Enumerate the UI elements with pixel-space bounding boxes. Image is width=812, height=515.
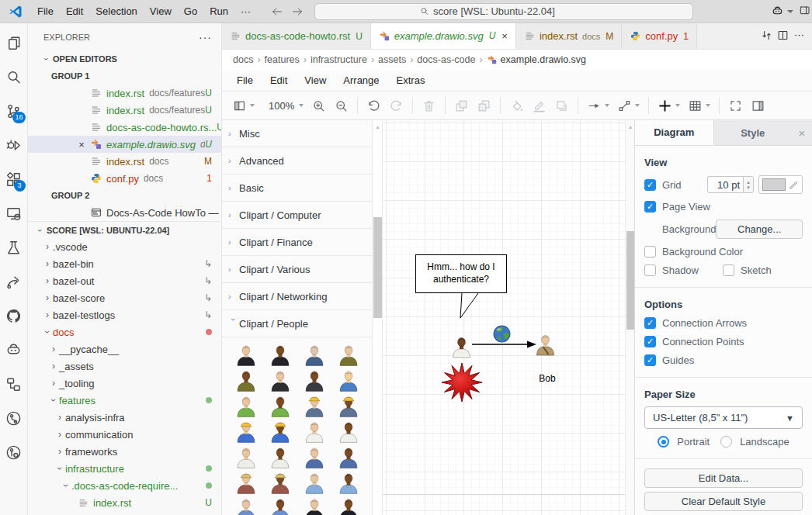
workspace-header[interactable]: › SCORE [WSL: UBUNTU-22.04] (28, 221, 221, 238)
tab-docs-as-code-howto-rst[interactable]: docs-as-code-howto.rstU (222, 23, 371, 49)
tab-diagram[interactable]: Diagram (635, 120, 714, 145)
format-panel-button[interactable] (747, 95, 769, 116)
person-shape-14[interactable] (269, 420, 292, 444)
palette-section-misc[interactable]: ›Misc (222, 120, 372, 147)
command-center-search[interactable] (314, 3, 693, 20)
connection-arrows-checkbox[interactable]: ✓ (644, 317, 656, 329)
person-shape-19[interactable] (303, 446, 326, 469)
open-editor-item[interactable]: index.rstdocs/features/i...U (28, 102, 221, 119)
extensions-activity-item[interactable]: 3 (0, 162, 28, 196)
menu-edit[interactable]: Edit (60, 3, 89, 20)
palette-section-clipart-networking[interactable]: ›Clipart / Networking (222, 283, 372, 310)
person-shape-15[interactable] (303, 420, 326, 444)
tree-item--docs-as-code-require-[interactable]: ›.docs-as-code-require... (28, 477, 221, 494)
person-shape-28[interactable] (337, 497, 360, 515)
tab-example-drawio-svg[interactable]: example.drawio.svgU× (371, 23, 516, 49)
landscape-radio[interactable] (720, 436, 732, 448)
tree-item-analysis-infra[interactable]: ›analysis-infra (28, 409, 221, 426)
open-editor-item[interactable]: index.rstdocs/features/i...U (28, 85, 221, 102)
open-editor-item[interactable]: docs-as-code-howto.rs...U (28, 119, 221, 136)
undo-button[interactable] (363, 95, 385, 116)
explorer-actions-button[interactable]: ··· (199, 31, 212, 43)
person-shape-10[interactable] (269, 395, 292, 418)
drawio-menu-extras[interactable]: Extras (388, 74, 434, 86)
sketch-checkbox[interactable] (723, 264, 734, 276)
person-shape-13[interactable] (234, 420, 258, 444)
person-shape-27[interactable] (303, 497, 326, 515)
view-panels-button[interactable] (228, 95, 259, 116)
diagram-canvas[interactable]: Hmm... how do I authenticate? (383, 120, 634, 515)
edit-data-button[interactable]: Edit Data... (644, 468, 803, 488)
person-shape-1[interactable] (234, 344, 258, 367)
tree-item-docs[interactable]: ›docs (28, 323, 221, 340)
background-color-checkbox[interactable] (644, 246, 656, 258)
remote-explorer-activity-item[interactable] (0, 196, 28, 230)
drawio-menu-view[interactable]: View (296, 74, 335, 86)
palette-section-basic[interactable]: ›Basic (222, 175, 372, 202)
burst-star-shape[interactable] (439, 361, 484, 404)
person-shape-5[interactable] (234, 369, 258, 392)
split-editor-button[interactable] (776, 29, 789, 44)
breadcrumb-file[interactable]: example.drawio.svg (487, 54, 586, 65)
tab-conf-py[interactable]: conf.py1 (622, 23, 697, 49)
person-shape-21[interactable] (234, 472, 258, 495)
canvas-scrollbar[interactable]: ▴ (625, 120, 634, 515)
palette-section-clipart-people[interactable]: ›Clipart / People (222, 310, 372, 337)
person-shape-7[interactable] (303, 369, 326, 392)
person-shape-18[interactable] (269, 446, 292, 469)
clear-default-style-button[interactable]: Clear Default Style (644, 492, 803, 511)
person-shape-16[interactable] (337, 420, 360, 444)
menu-more[interactable]: ··· (234, 3, 257, 20)
drawio-menu-arrange[interactable]: Arrange (335, 74, 387, 86)
layout-panel-button[interactable] (798, 4, 810, 19)
breadcrumb-item[interactable]: docs (233, 54, 253, 65)
paper-size-select[interactable]: US-Letter (8,5" x 11") ▼ (644, 406, 803, 429)
person-shape-25[interactable] (234, 497, 258, 515)
change-background-button[interactable]: Change... (716, 219, 803, 239)
person-shape-20[interactable] (337, 446, 360, 469)
person-shape-3[interactable] (303, 344, 326, 367)
speech-bubble-shape[interactable]: Hmm... how do I authenticate? (415, 254, 507, 293)
breadcrumb-item[interactable]: docs-as-code (417, 54, 475, 65)
person-shape-9[interactable] (234, 395, 258, 418)
connection-points-checkbox[interactable]: ✓ (644, 336, 656, 347)
more-actions-button[interactable] (793, 29, 806, 44)
grid-color-button[interactable] (758, 175, 803, 194)
grid-size-stepper[interactable]: ▴▾ (743, 176, 754, 193)
menu-file[interactable]: File (31, 3, 60, 20)
breadcrumb-item[interactable]: features (265, 54, 300, 65)
table-button[interactable] (684, 95, 714, 116)
person-shape-6[interactable] (269, 369, 292, 392)
source-control-activity-item[interactable]: 16 (0, 94, 28, 128)
breadcrumb-item[interactable]: assets (378, 54, 406, 65)
zoom-level-select[interactable]: 100% (259, 95, 307, 116)
search-input[interactable] (433, 5, 588, 17)
person-shape-12[interactable] (337, 395, 360, 418)
forward-arrow-icon[interactable] (291, 5, 304, 18)
menu-run[interactable]: Run (203, 3, 234, 20)
page-view-checkbox[interactable]: ✓ (644, 201, 656, 213)
tree-item-bazel-testlogs[interactable]: ›bazel-testlogs↳ (28, 306, 221, 323)
zoom-out-button[interactable] (330, 95, 352, 116)
guides-checkbox[interactable]: ✓ (644, 354, 656, 366)
tree-item--pycache-[interactable]: ›__pycache__ (28, 340, 221, 358)
person-shape-24[interactable] (337, 472, 360, 495)
canvas-scrollbar-thumb[interactable] (626, 231, 634, 330)
tree-item-features[interactable]: ›features (28, 392, 221, 409)
drawio-menu-file[interactable]: File (228, 74, 262, 86)
tree-item--assets[interactable]: ›_assets (28, 358, 221, 375)
connection-arrow[interactable] (471, 340, 538, 349)
palette-section-clipart-finance[interactable]: ›Clipart / Finance (222, 229, 372, 256)
tab-index-rst[interactable]: index.rstdocsM (516, 23, 622, 49)
shadow-checkbox[interactable] (644, 264, 656, 276)
person-shape-17[interactable] (234, 446, 258, 469)
live-share-activity-item[interactable] (0, 264, 28, 299)
back-arrow-icon[interactable] (271, 5, 283, 18)
person-shape-8[interactable] (337, 369, 360, 392)
person-shape-11[interactable] (303, 395, 326, 418)
open-editor-item[interactable]: conf.pydocs1 (28, 170, 221, 187)
explorer-activity-item[interactable] (0, 26, 28, 60)
grid-size-input[interactable] (707, 176, 743, 193)
person-shape-22[interactable] (269, 472, 292, 495)
portrait-radio[interactable] (658, 436, 669, 448)
